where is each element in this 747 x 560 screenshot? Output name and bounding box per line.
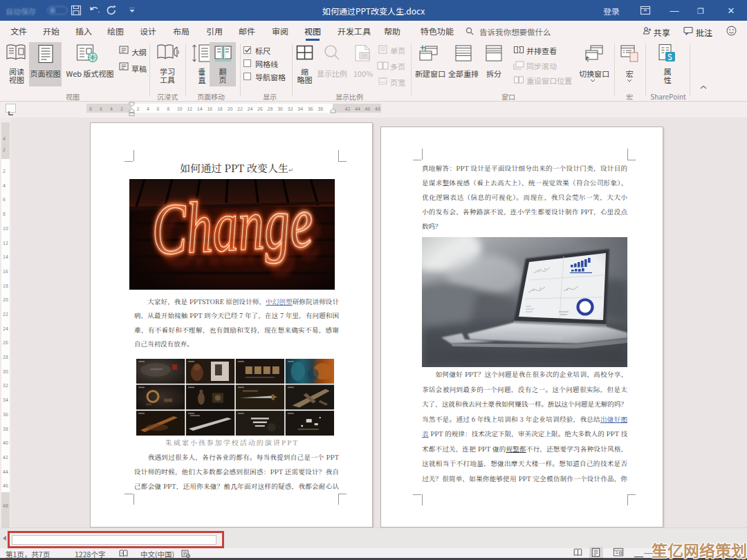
svg-text:Change: Change (150, 180, 315, 270)
